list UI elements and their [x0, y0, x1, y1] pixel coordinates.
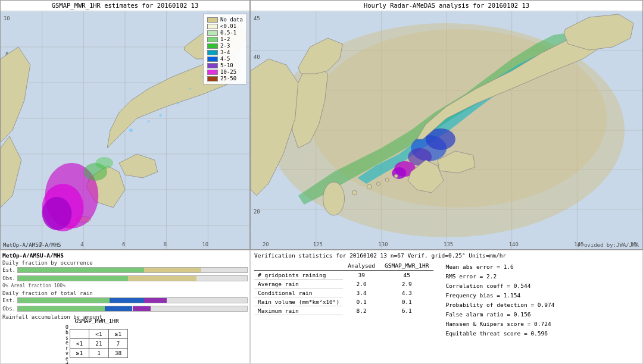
- legend-item-25-50: 25-50: [207, 76, 243, 81]
- obs-label-rain: Obs.: [2, 306, 15, 312]
- ct-val-ge1-lt1: 1: [89, 348, 108, 357]
- svg-text:20: 20: [263, 241, 269, 247]
- svg-point-105: [323, 182, 345, 215]
- svg-text:130: 130: [378, 241, 388, 247]
- metric-3: Frequency bias = 1.154: [445, 291, 554, 300]
- legend-label-4-5: 4-5: [220, 56, 230, 62]
- stats-row-3: Rain volume (mm*km²x10⁶) 0.1 0.1: [254, 297, 433, 306]
- stats-label-1: Average rain: [254, 280, 343, 288]
- obs-rain-bar: Obs.: [2, 305, 248, 312]
- est-bar-track: [17, 267, 248, 273]
- source-label: MetOp-A/AMSU-A/MHS: [3, 242, 61, 248]
- verification-content: Analysed GSMAP_MWR_1HR # gridpoints rain…: [254, 261, 639, 338]
- stats-label-2: Conditional rain: [254, 288, 343, 297]
- main-layout: GSMAP_MWR_1HR estimates for 20160102 13 …: [0, 0, 643, 364]
- occurrence-title: Daily fraction by occurrence: [2, 260, 248, 266]
- est-label-rain: Est.: [2, 297, 15, 303]
- stats-label-4: Maximum rain: [254, 306, 343, 315]
- stats-col-gsmap: GSMAP_MWR_1HR: [380, 261, 433, 271]
- legend-item-5-10: 5-10: [207, 62, 243, 68]
- est-rain-blue: [110, 298, 144, 303]
- obs-bar-track: [17, 275, 248, 281]
- obs-occurrence-bar: Obs.: [2, 275, 248, 282]
- svg-point-60: [129, 128, 133, 132]
- svg-text:4: 4: [80, 241, 83, 247]
- ct-val-lt1-ge1: 7: [108, 338, 127, 348]
- metrics-list: Mean abs error = 1.6 RMS error = 2.2 Cor…: [445, 261, 554, 338]
- svg-text:45: 45: [254, 15, 260, 21]
- stats-row-2: Conditional rain 3.4 4.3: [254, 288, 433, 297]
- svg-text:140: 140: [509, 241, 519, 247]
- legend-item-05-1: 0.5-1: [207, 30, 243, 36]
- metric-5: False alarm ratio = 0.156: [445, 310, 554, 319]
- obs-letter-d: d: [65, 362, 68, 364]
- stats-row-4: Maximum rain 8.2 6.1: [254, 306, 433, 315]
- ct-row-label-ge1: ≥1: [70, 348, 89, 357]
- obs-tan-fill: [128, 276, 197, 281]
- stats-gsmap-1: 2.9: [380, 280, 433, 288]
- svg-point-110: [394, 174, 398, 178]
- est-tan-fill: [144, 268, 201, 272]
- rain-fraction-chart-section: Daily fraction of total rain Est. Obs.: [2, 290, 248, 312]
- ct-empty-header: [70, 329, 89, 338]
- legend-item-nodata: No data: [207, 17, 243, 23]
- svg-text:10: 10: [4, 15, 10, 21]
- left-map-title: GSMAP_MWR_1HR estimates for 20160102 13: [1, 1, 249, 10]
- metric-1: RMS error = 2.2: [445, 272, 554, 281]
- stats-analyzed-3: 0.1: [343, 297, 380, 306]
- svg-point-107: [367, 184, 372, 189]
- svg-text:8: 8: [164, 241, 167, 247]
- stats-gsmap-4: 6.1: [380, 306, 433, 315]
- stats-label-3: Rain volume (mm*km²x10⁶): [254, 297, 343, 306]
- stats-table: Analysed GSMAP_MWR_1HR # gridpoints rain…: [254, 261, 433, 315]
- legend-label-5-10: 5-10: [220, 62, 233, 68]
- legend-color-nodata: [207, 17, 218, 23]
- legend-color-lt001: [207, 24, 218, 29]
- ct-row-lt1: <1 21 7: [70, 338, 127, 348]
- legend-color-5-10: [207, 63, 218, 68]
- legend-color-05-1: [207, 30, 218, 36]
- legend-color-2-3: [207, 43, 218, 49]
- stats-analyzed-2: 3.4: [343, 288, 380, 297]
- svg-point-98: [392, 167, 406, 179]
- stats-gsmap-3: 0.1: [380, 297, 433, 306]
- legend-color-3-4: [207, 50, 218, 55]
- legend-item-2-3: 2-3: [207, 43, 243, 49]
- svg-text:125: 125: [313, 241, 323, 247]
- ct-col-lt1: <1: [89, 329, 108, 338]
- contingency-title: GSMAP_MWR_1HR: [65, 318, 128, 324]
- stats-gsmap-2: 4.3: [380, 288, 433, 297]
- stats-gsmap-0: 45: [380, 271, 433, 280]
- legend-label-lt001: <0.01: [220, 23, 236, 29]
- stats-col-analysed: Analysed: [343, 261, 380, 271]
- svg-text:20: 20: [254, 209, 260, 215]
- ct-col-ge1: ≥1: [108, 329, 127, 338]
- est-label-occ: Est.: [2, 267, 15, 273]
- right-map-panel: Hourly Radar-AMeDAS analysis for 2016010…: [250, 0, 643, 250]
- metric-6: Hanssen & Kuipers score = 0.724: [445, 319, 554, 329]
- legend-color-4-5: [207, 57, 218, 62]
- contingency-table-wrapper: GSMAP_MWR_1HR O b s e r v e d <1: [65, 318, 128, 361]
- svg-point-109: [385, 178, 389, 181]
- stats-analyzed-0: 39: [343, 271, 380, 280]
- svg-point-106: [352, 190, 357, 195]
- legend-color-1-2: [207, 37, 218, 42]
- legend-item-3-4: 3-4: [207, 49, 243, 55]
- svg-text:40: 40: [254, 54, 260, 60]
- stats-header-row: Analysed GSMAP_MWR_1HR: [254, 261, 433, 271]
- est-occurrence-bar: Est.: [2, 266, 248, 274]
- est-rain-track: [17, 297, 248, 303]
- legend-label-10-25: 10-25: [220, 69, 236, 75]
- occurrence-chart-section: Daily fraction by occurrence Est. Obs. 0…: [2, 260, 248, 288]
- provided-by-label: Provided by:JWA/JMA: [578, 242, 639, 248]
- right-map-title: Hourly Radar-AMeDAS analysis for 2016010…: [251, 1, 642, 10]
- legend-label-2-3: 2-3: [220, 43, 230, 49]
- est-green-fill: [18, 268, 144, 272]
- obs-green-fill: [18, 276, 128, 281]
- stats-label-0: # gridpoints raining: [254, 271, 343, 280]
- metric-7: Equitable threat score = 0.596: [445, 329, 554, 338]
- svg-point-59: [95, 157, 113, 169]
- verification-title: Verification statistics for 20160102 13 …: [254, 252, 639, 259]
- legend-label-1-2: 1-2: [220, 36, 230, 42]
- legend-label-nodata: No data: [220, 17, 243, 23]
